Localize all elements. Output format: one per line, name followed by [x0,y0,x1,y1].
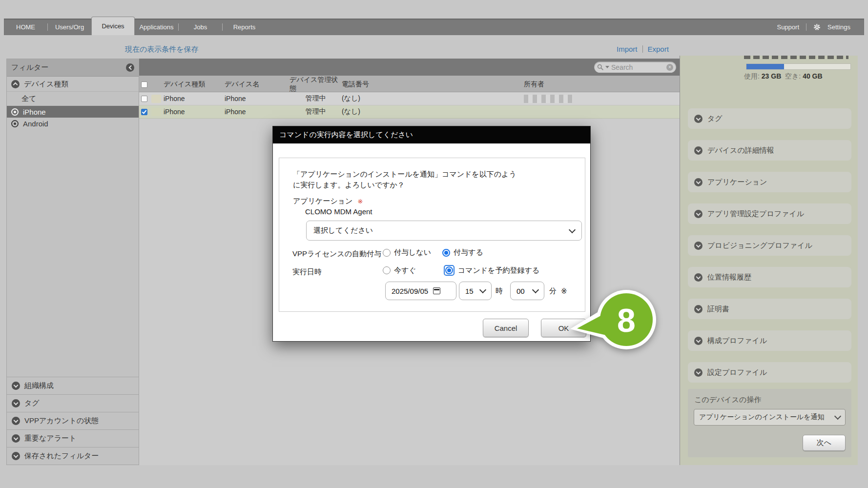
cell-phone: (なし) [342,94,524,103]
tab-reports[interactable]: Reports [223,19,266,35]
hour-value: 15 [465,287,474,295]
import-link[interactable]: Import [617,45,638,53]
device-id-redacted [744,56,848,59]
tab-users-org[interactable]: Users/Org [48,19,91,35]
cancel-button[interactable]: Cancel [483,319,529,337]
settings-link[interactable]: Settings [827,23,850,31]
collapse-panel-icon[interactable] [126,63,134,72]
gear-icon [813,23,821,31]
radio-run-now[interactable] [383,266,391,274]
storage-used-value: 23 GB [762,72,781,80]
radio-label[interactable]: 付与しない [394,248,431,257]
filter-section-label: VPPアカウントの状態 [24,416,99,426]
minute-select[interactable]: 00 [510,282,544,300]
section-label: デバイスの詳細情報 [707,146,774,155]
command-select-value: アプリケーションのインストールを通知 [699,413,825,422]
device-thumbnail [151,108,161,116]
cell-status: 管理中 [306,107,326,116]
filter-panel-title: フィルター [11,63,48,72]
dialog-title: コマンドの実行内容を選択してください [273,126,590,143]
select-all-checkbox[interactable] [141,81,147,88]
filter-section-label: 重要なアラート [24,434,76,443]
table-row[interactable]: iPhone iPhone 管理中 (なし) [139,105,680,119]
chevron-down-icon [532,286,539,293]
section-app-management-profile[interactable]: アプリ管理設定プロファイル [688,203,851,224]
column-header-device-name[interactable]: デバイス名 [225,80,289,89]
chevron-down-icon [694,178,703,186]
section-settings-profile[interactable]: 設定プロファイル [688,362,851,383]
date-input[interactable]: 2025/09/05 [385,282,456,300]
cell-device-type: iPhone [164,108,225,116]
tab-applications[interactable]: Applications [135,19,178,35]
chevron-down-icon [569,226,576,233]
chevron-down-icon [479,286,486,293]
filter-section-device-type[interactable]: デバイス種類 [7,77,139,92]
chevron-down-icon [694,337,703,345]
table-header-row: デバイス種類 デバイス名 デバイス管理状態 電話番号 所有者 [139,76,680,92]
filter-section-vpp-account[interactable]: VPPアカウントの状態 [7,412,139,429]
import-export-links: Import Export [617,45,669,53]
command-select[interactable]: アプリケーションのインストールを通知 [694,409,846,426]
chevron-down-icon [694,242,703,250]
search-input[interactable]: Search × [594,61,676,73]
search-icon [597,64,603,70]
application-select[interactable]: 選択してください [306,221,582,241]
clear-search-icon[interactable]: × [666,64,673,71]
filter-option-label: iPhone [23,108,46,116]
tab-jobs[interactable]: Jobs [179,19,222,35]
filter-section-saved-filters[interactable]: 保存されたフィルター [7,447,139,465]
section-configuration-profile[interactable]: 構成プロファイル [688,330,851,351]
column-header-status[interactable]: デバイス管理状態 [289,76,342,93]
section-location-history[interactable]: 位置情報履歴 [688,267,851,287]
filter-section-organization[interactable]: 組織構成 [7,377,139,394]
filter-section-important-alerts[interactable]: 重要なアラート [7,429,139,447]
table-row[interactable]: iPhone iPhone 管理中 (なし) [139,92,680,105]
export-link[interactable]: Export [648,45,669,53]
row-checkbox[interactable] [141,96,147,102]
radio-vpp-yes[interactable] [442,249,450,257]
next-button[interactable]: 次へ [803,435,846,451]
cell-device-type: iPhone [164,95,225,102]
chevron-down-icon [12,417,20,425]
column-header-owner[interactable]: 所有者 [524,80,680,89]
vpp-radio-group: 付与しない 付与する [383,248,483,257]
search-scope-caret-icon[interactable] [605,66,609,68]
save-current-view-link[interactable]: 現在の表示条件を保存 [125,45,199,54]
chevron-down-icon [834,413,841,420]
section-device-details[interactable]: デバイスの詳細情報 [688,140,851,161]
radio-label[interactable]: コマンドを予約登録する [458,266,539,275]
storage-usage-text: 使用: 23 GB 空き: 40 GB [744,72,823,81]
filter-section-tags[interactable]: タグ [7,394,139,412]
radio-label[interactable]: 今すぐ [394,266,416,275]
column-header-phone[interactable]: 電話番号 [342,80,524,89]
tab-devices[interactable]: Devices [91,17,135,35]
row-checkbox[interactable] [141,109,147,115]
minute-unit-label: 分 [549,286,557,296]
cell-owner-redacted [524,95,573,103]
filter-option-all[interactable]: 全て [7,92,139,106]
hour-select[interactable]: 15 [459,282,492,300]
vpp-license-label: VPPライセンスの自動付与 [292,249,381,259]
section-tags[interactable]: タグ [688,108,851,129]
section-label: プロビジョニングプロファイル [707,241,812,250]
chevron-down-icon [694,305,703,313]
section-applications[interactable]: アプリケーション [688,172,851,192]
cell-device-name: iPhone [225,95,289,102]
chevron-down-icon [12,452,20,460]
minute-value: 00 [517,287,525,295]
support-link[interactable]: Support [777,23,799,31]
section-label: 構成プロファイル [707,336,767,346]
section-certificates[interactable]: 証明書 [688,299,851,319]
section-provisioning-profile[interactable]: プロビジョニングプロファイル [688,235,851,256]
radio-label[interactable]: 付与する [454,248,483,257]
radio-reserve-command[interactable] [445,266,453,274]
filter-option-label: Android [23,120,48,128]
tab-home[interactable]: HOME [4,19,47,35]
column-header-device-type[interactable]: デバイス種類 [164,80,225,89]
filter-option-android[interactable]: Android [7,118,139,129]
filter-option-iphone[interactable]: iPhone [7,106,139,118]
calendar-icon[interactable] [433,287,440,294]
cell-status: 管理中 [306,94,326,103]
divider [642,45,643,53]
radio-vpp-no[interactable] [383,249,391,257]
